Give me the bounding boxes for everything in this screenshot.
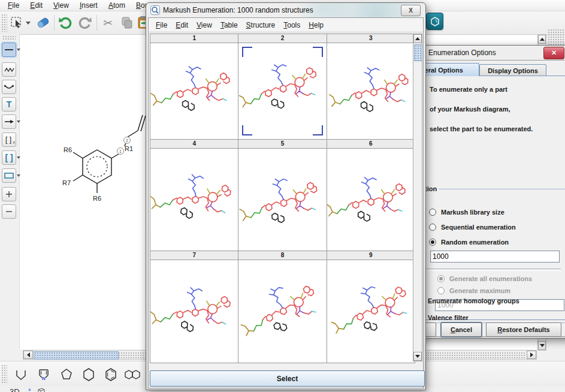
template-pyrrole[interactable]: N — [34, 364, 54, 385]
attachment-point-1: 1 — [119, 149, 122, 153]
structure-cell-2[interactable] — [238, 43, 327, 139]
structure-cell-7[interactable] — [150, 260, 238, 363]
cell-header-4[interactable]: 4 — [150, 140, 238, 148]
vscroll-down-button[interactable] — [538, 341, 546, 350]
markush-dialog-body: File Edit View Table Structure Tools Hel… — [148, 17, 424, 388]
mk-menu-structure[interactable]: Structure — [243, 20, 279, 30]
radio-icon[interactable] — [429, 224, 436, 231]
markush-close-button[interactable]: X — [401, 5, 421, 16]
canvas-structure[interactable]: R6 R7 R6 R1 1 2 — [54, 102, 156, 216]
menu-edit[interactable]: Edit — [26, 1, 47, 10]
checkbox-homology-groups[interactable]: Enumerate homology groups — [415, 297, 519, 304]
cancel-button[interactable]: Cancel — [441, 322, 482, 337]
cube-icon[interactable] — [36, 387, 46, 392]
arrow-tool[interactable] — [2, 114, 16, 129]
select-button[interactable]: Select — [150, 370, 425, 387]
template-cyclohexane[interactable] — [78, 364, 99, 385]
structure-cell-4[interactable] — [150, 149, 238, 251]
structure-cell-1[interactable] — [150, 43, 238, 139]
mk-menu-view[interactable]: View — [193, 20, 216, 30]
radio-sequential-enumeration[interactable]: Sequential enumeration — [429, 224, 516, 231]
cell-header-6[interactable]: 6 — [327, 140, 415, 148]
cell-header-8[interactable]: 8 — [238, 251, 327, 260]
template-toolbar-grip[interactable] — [1, 364, 7, 384]
arrow-tool-caret[interactable] — [17, 120, 20, 123]
template-naphthalene[interactable] — [123, 364, 143, 385]
markush-dialog-titlebar[interactable]: Markush Enumeration: 1000 random structu… — [148, 3, 424, 17]
chain-tool[interactable] — [2, 62, 16, 77]
count-input[interactable] — [430, 251, 560, 263]
radio-random-enumeration[interactable]: Random enumeration — [429, 239, 509, 246]
template-cyclopentadiene[interactable] — [11, 364, 31, 385]
r-label[interactable]: R6 — [64, 146, 72, 153]
cell-header-9[interactable]: 9 — [327, 251, 415, 260]
tab-display-options[interactable]: Display Options — [479, 64, 546, 76]
cell-header-7[interactable]: 7 — [150, 251, 238, 260]
structure-panel-button[interactable] — [426, 13, 443, 30]
mk-menu-tools[interactable]: Tools — [280, 20, 304, 30]
menu-insert[interactable]: Insert — [75, 1, 102, 10]
single-bond-caret[interactable] — [17, 49, 20, 51]
rectangle-tool[interactable] — [2, 168, 16, 183]
vscroll-up-button[interactable] — [538, 35, 546, 44]
mk-menu-table[interactable]: Table — [217, 20, 241, 30]
radio-icon[interactable] — [429, 239, 436, 246]
arc-tool[interactable] — [2, 80, 16, 94]
checkbox-label: Valence filter — [428, 314, 469, 321]
markush-menubar: File Edit View Table Structure Tools Hel… — [149, 18, 423, 32]
selection-tool-caret[interactable] — [26, 22, 31, 25]
radio-icon[interactable] — [429, 209, 436, 216]
hint-line-3: select the part to be enumerated. — [430, 125, 533, 132]
grid-scroll-down[interactable] — [413, 352, 422, 361]
menu-file[interactable]: File — [4, 1, 23, 10]
benzene-icon — [103, 367, 119, 382]
hscroll-right-button[interactable] — [527, 351, 536, 359]
menu-view[interactable]: View — [49, 1, 73, 10]
text-tool[interactable]: T — [2, 97, 16, 111]
menu-atom[interactable]: Atom — [104, 1, 129, 10]
options-close-button[interactable]: ✕ — [543, 47, 564, 59]
hscroll-thumb[interactable] — [34, 351, 119, 360]
structure-cell-8[interactable] — [238, 260, 327, 363]
cell-header-1[interactable]: 1 — [150, 34, 238, 43]
attachment-point-2: 2 — [126, 138, 128, 143]
structure-cell-5[interactable] — [238, 149, 327, 251]
cell-header-3[interactable]: 3 — [327, 34, 415, 43]
selection-tool-button[interactable] — [8, 14, 32, 31]
radio-markush-library-size[interactable]: Markush library size — [429, 209, 504, 216]
plus-charge-tool[interactable] — [2, 187, 16, 201]
undo-button[interactable] — [57, 14, 75, 31]
redo-button[interactable] — [75, 14, 93, 31]
rectangle-tool-caret[interactable] — [17, 174, 20, 177]
restore-defaults-button[interactable]: Restore Defaults — [486, 322, 561, 337]
template-benzene[interactable] — [101, 364, 121, 385]
r-label[interactable]: R1 — [125, 145, 133, 152]
cell-header-5[interactable]: 5 — [238, 140, 327, 148]
brackets-tool-caret[interactable] — [17, 156, 20, 159]
grid-vscrollbar[interactable] — [413, 34, 422, 361]
hscroll-left-button[interactable] — [23, 351, 33, 359]
cyclopentadiene-icon — [13, 367, 29, 382]
eraser-button[interactable] — [35, 14, 52, 31]
structure-cell-9[interactable] — [327, 260, 415, 363]
minus-charge-tool[interactable] — [2, 204, 16, 219]
side-toolbar: T [ ]n [ ] — [0, 34, 20, 349]
toolbar-grip[interactable] — [1, 14, 7, 32]
side-toolbar-grip[interactable] — [2, 35, 16, 41]
mk-menu-file[interactable]: File — [152, 20, 171, 30]
grid-scroll-up[interactable] — [413, 34, 422, 43]
cut-button[interactable]: ✂ — [99, 14, 117, 31]
brackets-tool[interactable]: [ ] — [2, 150, 16, 165]
structure-cell-6[interactable] — [327, 149, 415, 251]
template-cyclopentane[interactable] — [56, 364, 77, 385]
mk-menu-help[interactable]: Help — [305, 20, 327, 30]
cell-header-2[interactable]: 2 — [238, 34, 327, 43]
structure-cell-3[interactable] — [327, 43, 415, 139]
single-bond-tool[interactable] — [2, 43, 16, 57]
copy-button[interactable] — [118, 14, 136, 31]
r-label[interactable]: R7 — [62, 179, 71, 186]
mk-menu-edit[interactable]: Edit — [172, 20, 192, 30]
grid-scroll-thumb[interactable] — [414, 44, 422, 61]
repeat-brackets-tool[interactable]: [ ]n — [2, 132, 16, 147]
r-label[interactable]: R6 — [93, 195, 101, 202]
